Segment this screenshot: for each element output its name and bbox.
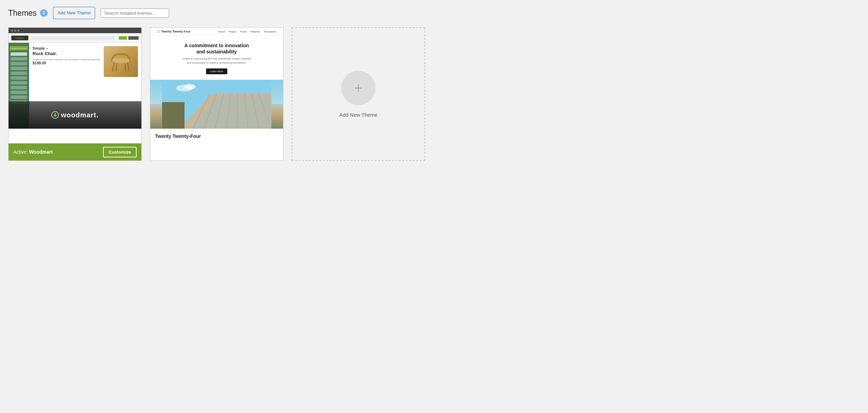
woodmart-sidebar-fashion xyxy=(11,67,27,70)
svg-point-5 xyxy=(112,58,130,62)
ttf-theme-name: Twenty Twenty-Four xyxy=(155,133,201,139)
add-new-theme-button[interactable]: Add New Theme xyxy=(53,7,95,19)
theme-count-badge: 2 xyxy=(40,9,48,17)
woodmart-tree-icon xyxy=(51,111,59,119)
woodmart-sidebar-catalog xyxy=(11,57,27,61)
ttf-nav-home: Home xyxy=(218,30,225,33)
ttf-building-image xyxy=(150,80,283,129)
ttf-nav-patterns: Patterns xyxy=(250,30,260,33)
woodmart-sidebar-furniture xyxy=(11,52,27,56)
svg-marker-7 xyxy=(53,113,57,116)
top-bar-dot xyxy=(14,30,16,31)
woodmart-active-overlay: Active: Woodmart Customize xyxy=(9,143,141,160)
woodmart-search xyxy=(30,36,115,40)
woodmart-brand-wrap: woodmart. xyxy=(51,111,99,119)
woodmart-sidebar-electronics xyxy=(11,95,27,99)
ttf-hero-title: A commitment to innovationand sustainabi… xyxy=(161,42,273,55)
woodmart-logo-text: woodmart. xyxy=(15,37,24,39)
search-input[interactable] xyxy=(101,9,169,18)
woodmart-sidebar-lighting xyxy=(11,76,27,80)
ttf-footer: Twenty Twenty-Four xyxy=(150,129,283,144)
add-theme-plus-icon: + xyxy=(354,81,362,95)
svg-line-4 xyxy=(125,64,126,71)
svg-line-3 xyxy=(116,64,117,71)
page-header: Themes 2 Add New Theme xyxy=(8,7,860,19)
ttf-nav-circle xyxy=(157,30,160,33)
svg-line-2 xyxy=(128,63,129,71)
ttf-site-name: Twenty Twenty Four xyxy=(161,30,191,33)
theme-card-twentytwentyfour[interactable]: Twenty Twenty Four Home Pages Posts Patt… xyxy=(150,27,283,161)
ttf-nav-pages: Pages xyxy=(229,30,237,33)
woodmart-screenshot: woodmart. BROWSE CATEGORIES xyxy=(9,28,141,129)
ttf-hero-sub: Dudes is a pioneering firm that seamless… xyxy=(161,57,273,65)
page-title-wrap: Themes 2 xyxy=(8,9,48,18)
active-text: Active: xyxy=(13,149,28,155)
top-bar-dot xyxy=(17,30,19,31)
woodmart-sidebar-clocks xyxy=(11,72,27,75)
woodmart-preview: woodmart. BROWSE CATEGORIES xyxy=(9,28,141,129)
woodmart-brand-bottom: woodmart. xyxy=(9,101,141,129)
ttf-nav-templates: Templates xyxy=(264,30,276,33)
top-bar-dot xyxy=(11,30,13,31)
woodmart-nav: woodmart. xyxy=(9,33,141,43)
woodmart-sidebar-tool xyxy=(11,81,27,85)
woodmart-nav-actions xyxy=(119,36,139,40)
add-theme-circle: + xyxy=(341,71,375,105)
ttf-preview: Twenty Twenty Four Home Pages Posts Patt… xyxy=(150,28,283,129)
svg-line-1 xyxy=(113,63,114,71)
ttf-nav-posts: Posts xyxy=(240,30,247,33)
theme-card-woodmart[interactable]: woodmart. BROWSE CATEGORIES xyxy=(8,27,142,161)
woodmart-browse-cat: BROWSE CATEGORIES xyxy=(10,46,28,50)
ttf-screenshot: Twenty Twenty Four Home Pages Posts Patt… xyxy=(150,28,283,129)
woodmart-cta xyxy=(119,36,127,40)
woodmart-active-name: Woodmart xyxy=(29,149,53,155)
woodmart-brand-text: woodmart. xyxy=(61,111,99,119)
add-new-theme-card[interactable]: + Add New Theme xyxy=(292,27,425,161)
woodmart-logo: woodmart. xyxy=(11,36,28,40)
woodmart-sidebar-accessories xyxy=(11,62,27,65)
ttf-nav-logo: Twenty Twenty Four xyxy=(157,30,191,33)
add-theme-card-label: Add New Theme xyxy=(339,112,377,118)
woodmart-top-bar xyxy=(9,28,141,33)
woodmart-cta2 xyxy=(128,36,139,40)
woodmart-sidebar-necmain xyxy=(11,86,27,89)
svg-point-11 xyxy=(184,84,196,89)
themes-grid: woodmart. BROWSE CATEGORIES xyxy=(8,27,860,161)
svg-rect-23 xyxy=(162,102,184,129)
svg-rect-8 xyxy=(55,116,55,118)
chair-svg xyxy=(107,48,135,75)
ttf-learn-more-button[interactable]: Learn More xyxy=(206,68,227,74)
ttf-nav: Twenty Twenty Four Home Pages Posts Patt… xyxy=(150,28,283,36)
woodmart-chair-image xyxy=(104,46,138,77)
ttf-nav-links: Home Pages Posts Patterns Templates xyxy=(218,30,276,33)
woodmart-customize-button[interactable]: Customize xyxy=(103,147,137,157)
woodmart-active-label: Active: Woodmart xyxy=(13,149,53,155)
ttf-hero: A commitment to innovationand sustainabi… xyxy=(150,36,283,80)
woodmart-sidebar-motorbikes xyxy=(11,91,27,94)
page-title: Themes xyxy=(8,9,37,18)
ttf-building-svg xyxy=(150,80,283,129)
